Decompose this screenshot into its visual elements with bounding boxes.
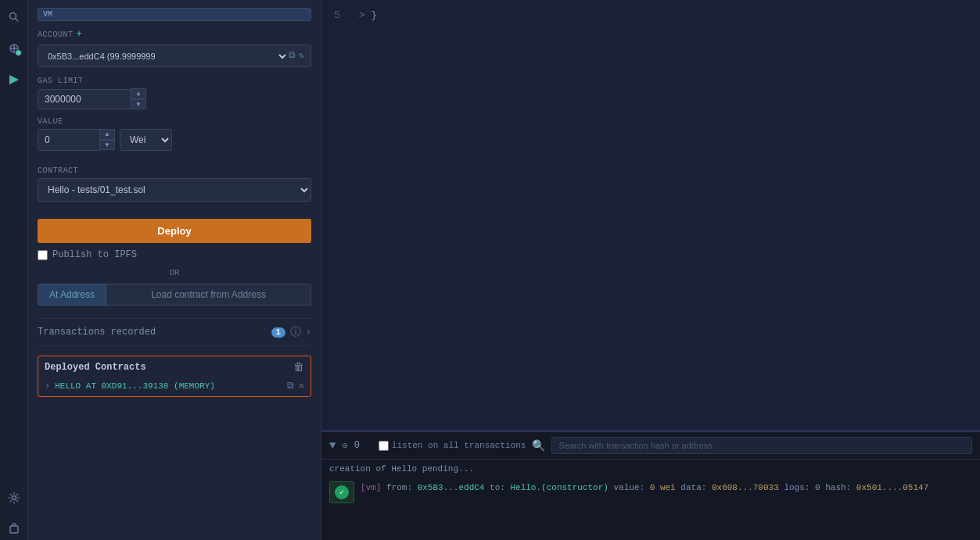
terminal-toolbar: ▼ ⊙ 0 listen on all transactions 🔍 <box>321 432 980 460</box>
value-unit-select[interactable]: Wei Gwei Ether <box>120 129 172 151</box>
transactions-label: Transactions recorded <box>38 327 267 338</box>
gas-limit-input[interactable]: 3000000 <box>38 89 131 109</box>
edit-account-icon[interactable]: ✎ <box>299 50 304 62</box>
terminal-clear-icon[interactable]: ⊙ <box>342 440 347 452</box>
svg-marker-5 <box>9 75 19 84</box>
account-label: ACCOUNT + <box>38 29 311 40</box>
svg-rect-7 <box>10 526 18 533</box>
sidebar: VM ACCOUNT + 0x5B3...eddC4 (99.9999999 ⧉… <box>28 0 321 540</box>
contract-name-label[interactable]: HELLO AT 0XD91...39138 (MEMORY) <box>55 381 282 391</box>
value-input-wrapper: ▲ ▼ <box>38 129 115 151</box>
account-plus-icon[interactable]: + <box>77 29 83 40</box>
publish-ipfs-checkbox[interactable] <box>38 250 48 260</box>
code-line-1: 5 > } <box>334 8 967 24</box>
svg-line-1 <box>15 19 18 22</box>
publish-ipfs-row: Publish to IPFS <box>38 249 311 260</box>
value-up[interactable]: ▲ <box>99 129 115 140</box>
contract-label: CONTRACT <box>38 166 311 175</box>
contract-item: › HELLO AT 0XD91...39138 (MEMORY) ⧉ ✕ <box>45 380 304 392</box>
log-entry-text: [vm] from: 0x5B3...eddC4 to: Hello.(cons… <box>361 481 972 495</box>
terminal-search-input[interactable] <box>551 437 972 454</box>
gas-limit-input-row: 3000000 ▲ ▼ <box>38 88 311 109</box>
value-input-row: ▲ ▼ Wei Gwei Ether <box>38 129 311 151</box>
transactions-chevron-icon[interactable]: › <box>306 327 311 338</box>
load-contract-button[interactable]: Load contract from Address <box>106 284 311 306</box>
terminal-log: creation of Hello pending... [vm] from: … <box>321 460 980 540</box>
deploy-button[interactable]: Deploy <box>38 219 311 243</box>
listen-label[interactable]: listen on all transactions <box>392 441 526 450</box>
log-entry-success[interactable]: [vm] from: 0x5B3...eddC4 to: Hello.(cons… <box>329 478 972 506</box>
svg-point-6 <box>12 496 16 500</box>
value-spinners: ▲ ▼ <box>99 129 115 151</box>
contract-dropdown[interactable]: Hello - tests/01_test.sol <box>38 178 311 202</box>
listen-checkbox-row: listen on all transactions <box>379 441 526 451</box>
deployed-contracts-section: Deployed Contracts 🗑 › HELLO AT 0XD91...… <box>38 356 311 397</box>
contract-delete-icon[interactable]: ✕ <box>299 380 304 392</box>
gas-limit-spinners: ▲ ▼ <box>131 88 146 109</box>
terminal-tx-count: 0 <box>354 440 360 451</box>
check-circle-icon <box>335 485 349 499</box>
search-icon-btn[interactable] <box>3 6 25 28</box>
contract-field: CONTRACT Hello - tests/01_test.sol <box>38 166 311 211</box>
terminal: ▼ ⊙ 0 listen on all transactions 🔍 creat… <box>321 431 980 540</box>
deployed-contracts-header: Deployed Contracts 🗑 <box>45 361 304 374</box>
plugin-icon-btn[interactable] <box>3 38 25 59</box>
contract-copy-icon[interactable]: ⧉ <box>287 381 294 392</box>
publish-ipfs-label[interactable]: Publish to IPFS <box>52 249 137 260</box>
icon-bar <box>0 0 28 540</box>
terminal-search-icon[interactable]: 🔍 <box>532 439 545 452</box>
account-dropdown[interactable]: 0x5B3...eddC4 (99.9999999 <box>45 51 289 62</box>
code-area: 5 > } <box>321 0 980 431</box>
value-down[interactable]: ▼ <box>99 140 115 151</box>
gas-limit-field: GAS LIMIT 3000000 ▲ ▼ <box>38 77 311 109</box>
or-divider: OR <box>38 268 311 277</box>
log-success-badge <box>329 481 354 503</box>
account-select-row: 0x5B3...eddC4 (99.9999999 ⧉ ✎ <box>38 45 311 67</box>
value-label: VALUE <box>38 117 311 126</box>
settings-icon-btn[interactable] <box>3 487 25 509</box>
terminal-collapse-icon[interactable]: ▼ <box>329 439 336 452</box>
at-address-button[interactable]: At Address <box>38 284 106 306</box>
listen-checkbox[interactable] <box>379 441 389 451</box>
transactions-badge: 1 <box>271 327 285 338</box>
copy-account-icon[interactable]: ⧉ <box>289 50 296 62</box>
gas-limit-label: GAS LIMIT <box>38 77 311 85</box>
vm-badge: VM <box>38 8 311 21</box>
gas-limit-down[interactable]: ▼ <box>131 99 146 110</box>
value-input[interactable] <box>38 129 100 151</box>
delete-all-contracts-icon[interactable]: 🗑 <box>293 361 304 374</box>
gas-limit-up[interactable]: ▲ <box>131 88 146 99</box>
main-content: 5 > } ▼ ⊙ 0 listen on all transactions 🔍 <box>321 0 980 540</box>
deployed-contracts-title: Deployed Contracts <box>45 362 146 373</box>
log-pending-text: creation of Hello pending... <box>329 464 972 474</box>
debug-icon-btn[interactable] <box>3 518 25 540</box>
deploy-icon-btn[interactable] <box>3 69 25 91</box>
value-field: VALUE ▲ ▼ Wei Gwei Ether <box>38 117 311 159</box>
transactions-info-icon[interactable]: ⓘ <box>290 325 301 339</box>
transactions-row: Transactions recorded 1 ⓘ › <box>38 318 311 346</box>
at-address-row: At Address Load contract from Address <box>38 284 311 306</box>
contract-expand-icon[interactable]: › <box>45 381 50 392</box>
